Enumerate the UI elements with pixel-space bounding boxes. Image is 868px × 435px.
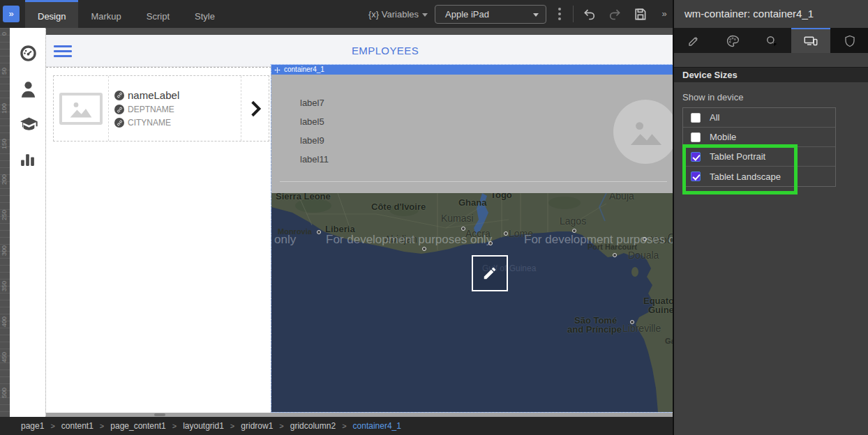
editor-mode-tabs: DesignMarkupScriptStyle: [25, 0, 227, 28]
save-icon[interactable]: [631, 5, 649, 23]
breadcrumb-item[interactable]: layoutgrid1 >: [183, 421, 241, 431]
breadcrumb-item[interactable]: gridrow1 >: [241, 421, 290, 431]
city-marker-icon: [630, 320, 634, 324]
city-marker-icon: [317, 230, 321, 234]
device-checkbox[interactable]: [691, 171, 701, 181]
bound-field-label: nameLabel: [128, 89, 179, 101]
panel-tabs: [674, 28, 868, 53]
breadcrumb-item[interactable]: page1 >: [21, 421, 61, 431]
ruler-tick: 50: [1, 68, 8, 75]
device-checkbox[interactable]: [691, 132, 701, 142]
map-label: Sierra Leone: [276, 193, 331, 201]
label-widget[interactable]: label9: [300, 135, 324, 146]
city-marker-icon: [504, 231, 508, 236]
app-nav-sidebar: [10, 28, 46, 417]
city-marker-icon: [613, 253, 617, 257]
breadcrumb-separator-icon: >: [279, 422, 283, 430]
panel-tab-inspect-icon[interactable]: [752, 28, 791, 53]
breadcrumb-item[interactable]: container4_1 >: [353, 421, 401, 431]
ruler-tick: 450: [1, 352, 8, 362]
panel-tab-pencil-icon[interactable]: [674, 28, 713, 53]
chevron-right-icon: [241, 76, 269, 141]
editor-mode-tab[interactable]: Script: [134, 0, 182, 28]
variables-menu[interactable]: {x} Variables: [368, 9, 428, 20]
device-checkbox-label: Tablet Landscape: [710, 171, 781, 182]
sidebar-user-icon[interactable]: [19, 80, 38, 99]
label-widget[interactable]: label11: [300, 154, 329, 165]
device-preview-select[interactable]: Apple iPad: [435, 5, 546, 24]
map-label: Ga: [665, 337, 673, 345]
scrollbar-handle[interactable]: [154, 413, 165, 416]
ruler-tick: 500: [1, 388, 8, 398]
employee-list-item[interactable]: nameLabel DEPTNAME CITYNAME: [53, 75, 269, 142]
label-widget[interactable]: label5: [300, 116, 324, 127]
redo-icon[interactable]: [606, 5, 624, 23]
map-label: Libreville: [622, 323, 661, 334]
editor-mode-tab[interactable]: Markup: [78, 0, 133, 28]
selected-container-widget[interactable]: container4_1 label7label5label9label11: [271, 65, 673, 412]
widget-tag-label: container4_1: [284, 65, 324, 75]
map-label: Kumasi: [441, 213, 474, 224]
gray-container[interactable]: label7label5label9label11: [271, 75, 673, 193]
device-checkbox[interactable]: [691, 113, 701, 123]
list-item-fields: nameLabel DEPTNAME CITYNAME: [108, 76, 241, 141]
binding-link-icon: [114, 118, 124, 128]
label-widget[interactable]: label7: [300, 98, 324, 108]
ruler-tick: 250: [1, 210, 8, 220]
bound-field-label: CITYNAME: [128, 118, 171, 128]
widget-selection-tag[interactable]: container4_1: [271, 65, 673, 75]
bound-field-row: CITYNAME: [114, 118, 241, 128]
breadcrumb-separator-icon: >: [172, 422, 177, 430]
editor-mode-tab[interactable]: Design: [25, 0, 78, 28]
device-size-row[interactable]: Tablet Landscape: [683, 167, 835, 186]
undo-icon[interactable]: [581, 5, 599, 23]
panel-tab-shield-icon[interactable]: [830, 28, 868, 53]
map-label: Douala: [628, 250, 659, 261]
device-checkbox-label: Mobile: [710, 132, 736, 142]
more-vertical-icon[interactable]: [553, 5, 566, 23]
app-root: » DesignMarkupScriptStyle {x} Variables …: [0, 0, 868, 435]
chevron-down-icon: [533, 13, 539, 17]
chevron-down-icon: [422, 13, 428, 17]
design-canvas: EMPLOYEES nameLabel: [46, 28, 673, 417]
device-size-row[interactable]: Tablet Portrait: [683, 147, 835, 167]
properties-panel: wm-container: container4_1 Device Sizes …: [673, 0, 868, 435]
ruler-tick: 100: [1, 103, 8, 114]
map-label: Côte d'Ivoire: [371, 202, 426, 212]
device-size-row[interactable]: All: [683, 108, 835, 128]
bound-field-label: DEPTNAME: [128, 105, 174, 114]
bound-field-row: DEPTNAME: [114, 105, 241, 114]
collapse-toolbar-button[interactable]: »: [657, 6, 672, 22]
ruler-tick: 200: [1, 174, 8, 185]
sidebar-bar-chart-icon[interactable]: [19, 151, 38, 169]
list-column: nameLabel DEPTNAME CITYNAME: [46, 67, 271, 413]
toolbar-center: {x} Variables Apple iPad: [368, 0, 649, 28]
sidebar-dashboard-icon[interactable]: [19, 44, 38, 63]
pencil-icon: [482, 266, 497, 281]
ruler-tick: 350: [1, 281, 8, 291]
breadcrumb-item[interactable]: content1 >: [61, 421, 110, 431]
binding-link-icon: [114, 91, 124, 100]
device-checkbox-label: Tablet Portrait: [710, 151, 765, 162]
expand-panel-button[interactable]: »: [3, 6, 20, 22]
breadcrumb-item[interactable]: page_content1 >: [110, 421, 183, 431]
selected-widget-title: wm-container: container4_1: [674, 0, 868, 28]
editor-mode-tab[interactable]: Style: [182, 0, 227, 28]
google-map-widget[interactable]: Sierra LeoneCôte d'IvoireGhanaTogoLiberi…: [271, 193, 673, 412]
vertical-ruler: 050100150200250300350400450500: [0, 28, 10, 417]
map-label: Ghana: [458, 198, 486, 208]
page-header: EMPLOYEES: [46, 35, 673, 67]
panel-tab-devices-icon[interactable]: [791, 28, 830, 53]
device-checkbox[interactable]: [691, 152, 701, 162]
sidebar-education-icon[interactable]: [19, 115, 38, 134]
round-image-placeholder-icon: [613, 100, 673, 164]
map-label: Guinea: [648, 305, 673, 315]
map-watermark: For development purposes only: [524, 234, 673, 247]
breadcrumb-separator-icon: >: [230, 422, 234, 430]
panel-tab-palette-icon[interactable]: [713, 28, 752, 53]
map-edit-button[interactable]: [472, 255, 508, 291]
breadcrumb-item[interactable]: gridcolumn2 >: [290, 421, 353, 431]
ruler-tick: 150: [1, 139, 8, 149]
device-size-row[interactable]: Mobile: [683, 128, 835, 147]
toolbar-divider: [573, 6, 574, 22]
